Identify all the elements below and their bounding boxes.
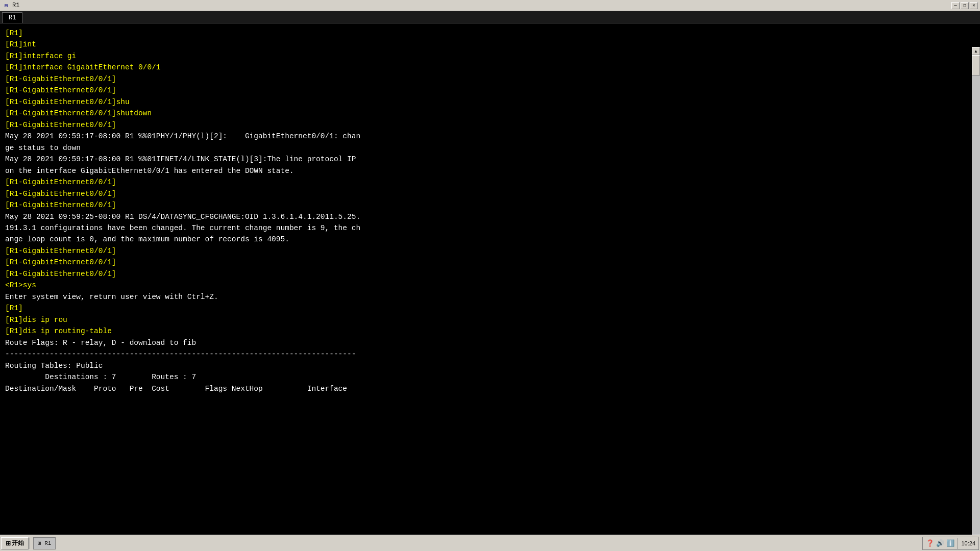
terminal-line: ange loop count is 0, and the maximum nu… <box>5 234 975 245</box>
scroll-thumb[interactable] <box>972 55 980 76</box>
terminal-line: ----------------------------------------… <box>5 348 975 360</box>
restore-button[interactable]: ❐ <box>961 2 969 9</box>
terminal-line: [R1-GigabitEthernet0/0/1] <box>5 188 975 199</box>
terminal-line: [R1-GigabitEthernet0/0/1] <box>5 199 975 211</box>
terminal-output[interactable]: [R1][R1]int[R1]interface gi[R1]interface… <box>0 23 980 535</box>
terminal-line: [R1-GigabitEthernet0/0/1] <box>5 245 975 257</box>
terminal-line: [R1]dis ip routing-table <box>5 325 975 337</box>
terminal-line: May 28 2021 09:59:25-08:00 R1 DS/4/DATAS… <box>5 211 975 222</box>
clock: 10:24 <box>961 540 975 546</box>
terminal-line: Enter system view, return user view with… <box>5 291 975 303</box>
taskbar-separator-1 <box>30 538 30 549</box>
minimize-button[interactable]: — <box>951 2 960 9</box>
terminal-wrapper: [R1][R1]int[R1]interface gi[R1]interface… <box>0 23 980 535</box>
terminal-line: <R1>sys <box>5 280 975 291</box>
start-label: 开始 <box>12 539 24 547</box>
scroll-track <box>972 55 980 550</box>
terminal-line: on the interface GigabitEthernet0/0/1 ha… <box>5 165 975 177</box>
terminal-line: [R1-GigabitEthernet0/0/1] <box>5 119 975 131</box>
tray-icon-help[interactable]: ❓ <box>926 539 934 547</box>
start-button[interactable]: ⊞ 开始 <box>1 537 29 549</box>
terminal-line: [R1-GigabitEthernet0/0/1] <box>5 257 975 268</box>
terminal-line: [R1-GigabitEthernet0/0/1] <box>5 85 975 96</box>
taskbar: ⊞ 开始 ⊞ R1 ❓ 🔊 ℹ️ 10:24 <box>0 535 980 551</box>
terminal-line: May 28 2021 09:59:17-08:00 R1 %%01IFNET/… <box>5 154 975 165</box>
tray-icon-volume[interactable]: 🔊 <box>936 539 944 547</box>
close-button[interactable]: ✕ <box>970 2 978 9</box>
terminal-line: [R1-GigabitEthernet0/0/1]shu <box>5 96 975 108</box>
tray-icon-info[interactable]: ℹ️ <box>946 539 954 547</box>
tab-bar: R1 <box>0 11 980 23</box>
terminal-line: 191.3.1 configurations have been changed… <box>5 222 975 234</box>
scroll-up-button[interactable]: ▲ <box>972 47 980 55</box>
taskbar-items: ⊞ R1 <box>33 537 922 549</box>
terminal-line: [R1]int <box>5 39 975 50</box>
terminal-line: [R1]dis ip rou <box>5 314 975 325</box>
taskbar-item-label: R1 <box>44 540 51 546</box>
terminal-line: Routing Tables: Public <box>5 360 975 371</box>
terminal-line: [R1-GigabitEthernet0/0/1] <box>5 268 975 280</box>
start-icon: ⊞ <box>6 540 11 547</box>
title-bar: ⊞ R1 — ❐ ✕ <box>0 0 980 11</box>
terminal-line: May 28 2021 09:59:17-08:00 R1 %%01PHY/1/… <box>5 131 975 142</box>
window-controls: — ❐ ✕ <box>951 2 978 9</box>
window-icon: ⊞ <box>2 2 10 10</box>
terminal-line: [R1] <box>5 28 975 39</box>
tab-r1[interactable]: R1 <box>2 12 22 23</box>
terminal-line: Destinations : 7 Routes : 7 <box>5 371 975 383</box>
terminal-line: [R1] <box>5 303 975 314</box>
terminal-line: [R1-GigabitEthernet0/0/1] <box>5 73 975 85</box>
scrollbar[interactable]: ▲ ▼ <box>972 47 980 551</box>
terminal-line: Route Flags: R - relay, D - download to … <box>5 337 975 348</box>
terminal-line: [R1]interface GigabitEthernet 0/0/1 <box>5 62 975 73</box>
terminal-line: [R1-GigabitEthernet0/0/1] <box>5 177 975 188</box>
taskbar-tray: ❓ 🔊 ℹ️ 10:24 <box>922 537 979 550</box>
tray-icons: ❓ 🔊 ℹ️ <box>926 539 954 547</box>
terminal-line: ge status to down <box>5 142 975 154</box>
tray-separator <box>958 538 958 549</box>
taskbar-item-icon: ⊞ <box>38 540 41 546</box>
terminal-line: [R1]interface gi <box>5 51 975 62</box>
window-title: R1 <box>12 2 951 9</box>
terminal-line: Destination/Mask Proto Pre Cost Flags Ne… <box>5 383 975 394</box>
terminal-line: [R1-GigabitEthernet0/0/1]shutdown <box>5 108 975 119</box>
taskbar-item-r1[interactable]: ⊞ R1 <box>33 537 56 549</box>
